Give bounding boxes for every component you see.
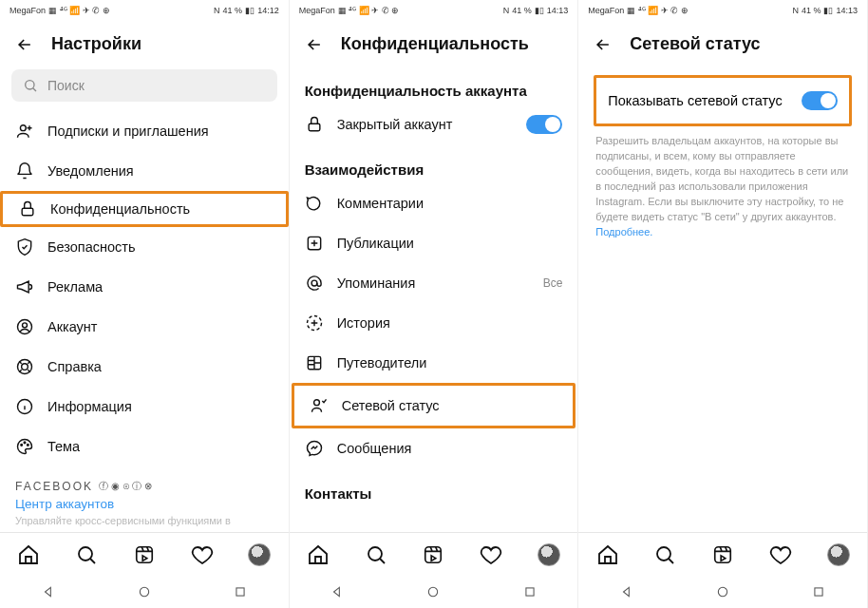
back-button[interactable]	[305, 35, 324, 54]
avatar	[538, 543, 560, 566]
tab-search[interactable]	[653, 543, 676, 566]
search-icon	[23, 78, 38, 93]
section-interactions: Взаимодействия	[290, 144, 578, 183]
accounts-center-link[interactable]: Центр аккаунтов	[0, 495, 289, 513]
nav-home[interactable]	[714, 583, 731, 600]
clock: 14:13	[836, 6, 858, 15]
row-ads[interactable]: Реклама	[0, 267, 289, 307]
search-input[interactable]: Поиск	[11, 69, 277, 102]
label: Упоминания	[337, 276, 530, 291]
back-button[interactable]	[594, 35, 613, 54]
header: Конфиденциальность	[290, 21, 578, 66]
search-placeholder: Поиск	[47, 78, 85, 93]
tab-profile[interactable]	[538, 543, 560, 566]
tab-profile[interactable]	[827, 543, 850, 566]
android-navbar	[0, 576, 289, 608]
nav-back[interactable]	[40, 583, 57, 600]
tab-bar	[578, 532, 867, 576]
learn-more-link[interactable]: Подробнее.	[595, 226, 652, 238]
row-notifications[interactable]: Уведомления	[0, 151, 289, 191]
row-privacy[interactable]: Конфиденциальность	[0, 191, 289, 227]
tab-search[interactable]	[75, 543, 98, 566]
svg-point-1	[20, 125, 26, 131]
tab-profile[interactable]	[248, 543, 271, 566]
label: Реклама	[47, 279, 274, 294]
row-messages[interactable]: Сообщения	[290, 428, 578, 468]
tab-search[interactable]	[365, 543, 387, 566]
svg-point-11	[79, 547, 92, 560]
label: Закрытый аккаунт	[337, 117, 514, 132]
nfc-icon: N	[503, 6, 510, 15]
svg-point-27	[718, 587, 726, 596]
battery-icon: ▮▯	[245, 6, 255, 15]
nav-recent[interactable]	[810, 583, 827, 600]
tab-activity[interactable]	[191, 543, 214, 566]
row-mentions[interactable]: Упоминания Все	[290, 263, 578, 303]
activity-status-icon	[310, 396, 329, 415]
screen-settings: MegaFon ▦ ⁴ᴳ 📶 ✈ ✆ ⊕ N 41 % ▮▯ 14:12 Нас…	[0, 0, 290, 608]
megaphone-icon	[15, 277, 34, 296]
status-icons: ▦ ⁴ᴳ 📶 ✈ ✆ ⊕	[338, 6, 400, 15]
row-comments[interactable]: Комментарии	[290, 183, 578, 223]
label: Информация	[47, 399, 274, 414]
row-subscriptions[interactable]: Подписки и приглашения	[0, 111, 289, 151]
tab-home[interactable]	[596, 543, 619, 566]
screen-activity-status: MegaFon ▦ ⁴ᴳ 📶 ✈ ✆ ⊕ N 41 % ▮▯ 14:13 Сет…	[578, 0, 868, 608]
label: Безопасность	[47, 239, 274, 255]
tab-home[interactable]	[17, 543, 40, 566]
nav-back[interactable]	[329, 583, 346, 600]
status-bar: MegaFon ▦ ⁴ᴳ 📶 ✈ ✆ ⊕ N 41 % ▮▯ 14:13	[290, 0, 578, 21]
description-text: Разрешить владельцам аккаунтов, на котор…	[578, 134, 867, 240]
tab-reels[interactable]	[422, 543, 444, 566]
nfc-icon: N	[214, 6, 220, 15]
row-history[interactable]: История	[290, 303, 578, 343]
android-navbar	[578, 576, 867, 608]
row-guides[interactable]: Путеводители	[290, 343, 578, 383]
carrier-label: MegaFon	[299, 6, 335, 15]
row-show-activity-status[interactable]: Показывать сетевой статус	[594, 75, 852, 126]
battery-text: 41 %	[512, 6, 532, 15]
bell-icon	[15, 162, 34, 180]
tab-activity[interactable]	[480, 543, 502, 566]
label: Аккаунт	[47, 319, 274, 334]
svg-rect-15	[309, 124, 320, 131]
nfc-icon: N	[792, 6, 799, 15]
at-icon	[305, 274, 324, 293]
mentions-value: Все	[543, 276, 563, 290]
row-security[interactable]: Безопасность	[0, 227, 289, 267]
nav-back[interactable]	[618, 583, 635, 600]
header: Сетевой статус	[578, 21, 867, 66]
svg-point-17	[311, 280, 317, 286]
label: Путеводители	[337, 355, 563, 370]
svg-rect-14	[236, 588, 244, 596]
label: Показывать сетевой статус	[608, 93, 782, 108]
row-info[interactable]: Информация	[0, 387, 289, 427]
row-account[interactable]: Аккаунт	[0, 307, 289, 347]
tab-activity[interactable]	[769, 543, 792, 566]
row-private-account[interactable]: Закрытый аккаунт	[290, 104, 578, 144]
row-help[interactable]: Справка	[0, 347, 289, 387]
nav-home[interactable]	[136, 583, 153, 600]
battery-icon: ▮▯	[535, 6, 544, 15]
row-activity-status[interactable]: Сетевой статус	[292, 383, 576, 428]
row-theme[interactable]: Тема	[0, 427, 289, 466]
toggle-show-activity-status[interactable]	[802, 91, 838, 110]
back-button[interactable]	[15, 35, 34, 54]
avatar	[827, 543, 850, 566]
svg-rect-24	[526, 588, 534, 596]
tab-reels[interactable]	[711, 543, 734, 566]
nav-home[interactable]	[425, 583, 442, 600]
status-icons: ▦ ⁴ᴳ 📶 ✈ ✆ ⊕	[627, 6, 689, 15]
label: Тема	[47, 439, 274, 454]
faded-description: Управляйте кросс-сервисными функциями в	[0, 513, 289, 532]
tab-home[interactable]	[307, 543, 330, 566]
android-navbar	[290, 576, 578, 608]
nav-recent[interactable]	[232, 583, 249, 600]
svg-point-6	[22, 364, 28, 370]
row-publications[interactable]: Публикации	[290, 223, 578, 263]
help-icon	[15, 357, 34, 376]
toggle-private-account[interactable]	[526, 115, 562, 134]
info-icon	[15, 397, 34, 416]
tab-reels[interactable]	[133, 543, 156, 566]
nav-recent[interactable]	[521, 583, 538, 600]
